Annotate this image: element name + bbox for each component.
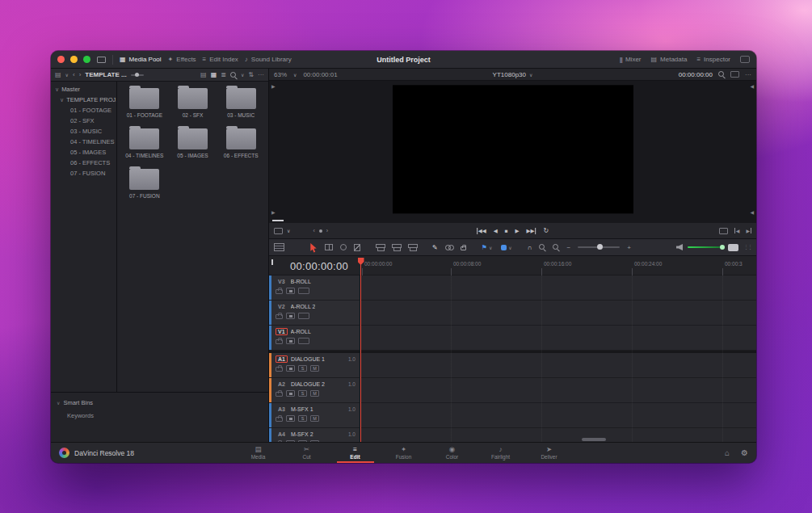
minimize-button[interactable] [70, 56, 78, 63]
track-lane-v2[interactable] [360, 301, 756, 325]
track-lane-v1[interactable] [360, 326, 756, 350]
track-id-selected[interactable]: A1 [276, 355, 288, 363]
blade-edit-mode-icon[interactable] [354, 244, 360, 251]
viewer-jog-bar[interactable] [272, 220, 284, 221]
viewer-options-icon[interactable]: ··· [745, 71, 751, 78]
folder-footage[interactable]: 01 - FOOTAGE [120, 88, 169, 118]
track-name[interactable]: A-ROLL 2 [291, 304, 316, 309]
timeline-ruler[interactable]: 00:00:00:00 00:00:08:00 00:00:16:00 00:0… [360, 256, 756, 275]
track-enable-icon[interactable] [286, 313, 295, 319]
folder-effects[interactable]: 06 - EFFECTS [217, 128, 265, 158]
step-back-button[interactable]: ◀ [494, 228, 498, 234]
mute-button[interactable]: M [310, 390, 319, 397]
track-id[interactable]: A3 [276, 406, 288, 413]
tree-item-images[interactable]: 05 - IMAGES [51, 147, 116, 158]
tree-item-sfx[interactable]: 02 - SFX [51, 116, 116, 126]
track-header-v2[interactable]: V2 A-ROLL 2 [269, 301, 360, 325]
flag-button[interactable]: ⚑ ∨ [482, 244, 493, 251]
tab-fusion[interactable]: ✦ Fusion [390, 443, 418, 463]
track-id[interactable]: V2 [276, 303, 288, 310]
track-header-a2[interactable]: A2 DIALOGUE 2 1.0 S M [269, 378, 360, 402]
track-header-a1[interactable]: A1 DIALOGUE 1 1.0 S M [269, 353, 360, 377]
track-header-v3[interactable]: V3 B-ROLL [269, 275, 360, 300]
track-enable-icon[interactable] [286, 365, 295, 372]
tab-cut[interactable]: ✂ Cut [293, 443, 321, 463]
dual-viewer-icon[interactable] [730, 71, 739, 78]
tree-item-music[interactable]: 03 - MUSIC [51, 126, 116, 137]
folder-music[interactable]: 03 - MUSIC [217, 88, 265, 118]
timeline-zoom-slider[interactable] [578, 246, 620, 248]
previous-edit-icon[interactable]: ◀ [734, 228, 740, 233]
viewer-mode-icon[interactable] [274, 228, 283, 234]
snapping-icon[interactable]: ∩ [528, 244, 532, 251]
stop-button[interactable]: ■ [505, 228, 508, 233]
mute-button[interactable]: M [310, 365, 319, 372]
tree-item-effects[interactable]: 06 - EFFECTS [51, 158, 116, 168]
track-id-selected[interactable]: V1 [276, 328, 288, 335]
folder-images[interactable]: 05 - IMAGES [169, 128, 217, 158]
track-lock-icon[interactable] [276, 289, 283, 294]
track-lane-a2[interactable] [360, 378, 756, 402]
auto-select-icon[interactable] [298, 288, 309, 294]
overwrite-clip-icon[interactable] [392, 244, 401, 251]
track-name[interactable]: DIALOGUE 1 [291, 356, 325, 362]
chevron-down-icon[interactable]: ∨ [65, 72, 69, 78]
more-options-icon[interactable]: ··· [258, 71, 264, 78]
viewer-timecode[interactable]: 00:00:00:00 [679, 71, 713, 78]
track-name[interactable]: M-SFX 1 [291, 406, 313, 412]
media-pool-button[interactable]: ▦ Media Pool [120, 56, 162, 63]
auto-select-icon[interactable] [298, 313, 309, 319]
solo-button[interactable]: S [298, 365, 307, 372]
replace-clip-icon[interactable] [408, 244, 417, 251]
pen-tool-icon[interactable]: ✎ [432, 244, 438, 251]
play-button[interactable]: ▶ [515, 228, 520, 234]
back-icon[interactable]: ‹ [73, 71, 75, 78]
marker-button[interactable]: ∨ [501, 245, 511, 250]
tree-item-timelines[interactable]: 04 - TIMELINES [51, 137, 116, 147]
keywords-item[interactable]: Keywords [51, 409, 268, 422]
track-lock-icon[interactable] [276, 392, 283, 397]
smart-bins-item[interactable]: ∨ Smart Bins [51, 396, 268, 409]
match-frame-icon[interactable] [719, 228, 728, 234]
track-enable-icon[interactable] [286, 390, 295, 397]
sort-icon[interactable]: ⇅ [248, 71, 254, 78]
inspector-button[interactable]: ≡ Inspector [696, 56, 730, 63]
timeline-view-options-icon[interactable] [274, 243, 284, 251]
settings-gear-icon[interactable]: ⚙ [741, 448, 748, 457]
track-lock-icon[interactable] [276, 417, 283, 422]
home-icon[interactable]: ⌂ [725, 448, 730, 457]
edit-index-button[interactable]: ≡ Edit Index [203, 56, 238, 63]
folder-sfx[interactable]: 02 - SFX [169, 88, 217, 118]
forward-icon[interactable]: › [79, 71, 82, 78]
track-lane-v3[interactable] [360, 275, 756, 300]
track-header-a4[interactable]: A4 M-SFX 2 1.0 S M [269, 428, 360, 442]
trim-edit-mode-icon[interactable] [325, 244, 333, 250]
track-id[interactable]: A4 [276, 431, 288, 438]
skip-start-button[interactable]: ◀◀ [477, 228, 486, 234]
mute-button[interactable]: M [310, 415, 319, 422]
scrollbar-thumb[interactable] [582, 438, 606, 441]
zoom-button[interactable] [83, 56, 90, 63]
tree-item-footage[interactable]: 01 - FOOTAGE [51, 105, 116, 116]
window-layout-button[interactable] [740, 56, 750, 63]
timeline-viewer[interactable]: ▶ ◀ ▶ ◀ [269, 81, 756, 223]
skip-end-button[interactable]: ▶▶ [527, 228, 536, 234]
timeline-scrollbar[interactable] [360, 438, 756, 441]
bin-display-icon[interactable]: ▤ [55, 71, 61, 78]
folder-timelines[interactable]: 04 - TIMELINES [120, 128, 169, 158]
tree-item-fusion[interactable]: 07 - FUSION [51, 168, 116, 179]
track-enable-icon[interactable] [286, 338, 295, 344]
track-id[interactable]: A2 [276, 381, 288, 388]
track-id[interactable]: V3 [276, 278, 288, 285]
next-edit-icon[interactable]: ▶ [746, 228, 751, 233]
mixer-toggle-icon[interactable] [728, 244, 738, 251]
zoom-full-extent-icon[interactable] [539, 244, 545, 250]
chevron-down-icon[interactable]: ∨ [287, 228, 290, 233]
tree-item-master[interactable]: ∨ Master [51, 84, 116, 95]
display-icon[interactable] [97, 57, 106, 63]
strip-view-icon[interactable]: ▤ [200, 71, 207, 78]
timeline-selector[interactable]: YT1080p30 ∨ [493, 71, 533, 78]
track-header-v1[interactable]: V1 A-ROLL [269, 326, 360, 350]
track-lock-icon[interactable] [276, 367, 283, 372]
track-lane-a3[interactable] [360, 403, 756, 427]
